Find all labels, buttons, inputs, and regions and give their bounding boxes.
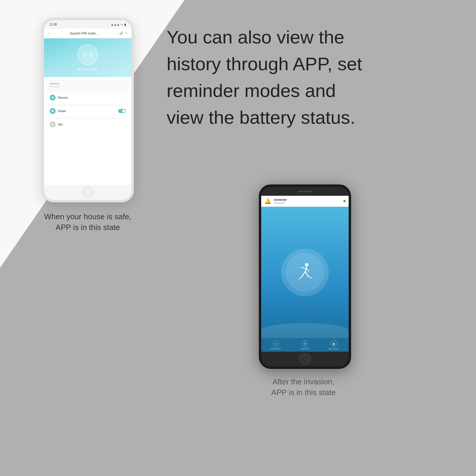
sensor-status-label: No one state	[78, 68, 98, 71]
home-button-dark[interactable]	[299, 353, 311, 365]
battery-icon: ▮	[124, 23, 126, 26]
home-button-white[interactable]	[82, 187, 93, 198]
camera-dot	[329, 190, 331, 192]
svg-line-12	[302, 272, 305, 276]
app-header-white: ‹ Gantch PIR motio... 🔗 ✎	[44, 29, 131, 38]
home-button-area-dark	[261, 352, 349, 367]
time-display: 11:08	[49, 23, 57, 26]
caption-white-phone: When your house is safe,APP is in this s…	[24, 211, 152, 233]
motion-wave-icon: ((·))	[82, 51, 93, 59]
svg-line-10	[301, 267, 306, 269]
notif-title: someone	[274, 198, 341, 201]
set-label: Set	[58, 123, 62, 126]
signal-icon: ▲▲▲	[111, 23, 120, 26]
notice-icon: ⚙	[302, 340, 308, 347]
record-arrow: ›	[125, 96, 126, 99]
history-label: HISTORY	[271, 348, 281, 350]
running-person-icon	[297, 263, 313, 282]
notification-bar: 🔔 someone someone	[261, 196, 349, 207]
smart-row[interactable]: Smart	[47, 105, 129, 117]
speaker	[298, 191, 312, 192]
wave-decoration	[261, 323, 349, 338]
wifi-icon: ∿	[121, 23, 123, 26]
header-action-icons: 🔗 ✎	[119, 32, 128, 35]
smart-toggle[interactable]	[118, 109, 126, 113]
status-bar-white: 11:08 ▲▲▲ ∿ ▮	[44, 20, 131, 29]
battery-label: BATTERY	[328, 348, 339, 350]
working-section: Working PIR state	[46, 80, 129, 90]
working-section-header: Working PIR state	[47, 80, 129, 90]
back-arrow-icon[interactable]: ‹	[48, 31, 49, 36]
smart-label: Smart	[58, 109, 66, 113]
svg-line-15	[308, 276, 312, 278]
record-section: Record ›	[46, 91, 129, 104]
caption-dark-phone: After the invasion,APP is in this state	[226, 376, 381, 398]
notif-subtitle: someone	[274, 201, 341, 204]
bottom-navigation-dark: ◷ HISTORY ⚙ NOTICE ▣ BATTERY	[261, 338, 349, 352]
set-row[interactable]: Set	[47, 118, 129, 130]
record-dot	[50, 95, 56, 101]
dark-phone: 🔔 someone someone	[259, 184, 351, 369]
smart-section: Smart	[46, 105, 129, 117]
svg-line-13	[299, 276, 302, 279]
menu-list: Working PIR state Record ›	[44, 77, 131, 185]
sensor-circle: ((·))	[77, 44, 98, 65]
main-container: You can also view the history through AP…	[0, 0, 476, 476]
caption-dark-text: After the invasion,APP is in this state	[271, 377, 336, 397]
notice-label: NOTICE	[300, 348, 309, 350]
online-indicator	[343, 200, 346, 202]
white-phone: 11:08 ▲▲▲ ∿ ▮ ‹ Gantch PIR motio... 🔗 ✎ …	[42, 18, 134, 202]
top-bar-dark	[261, 187, 349, 196]
caption-white-text: When your house is safe,APP is in this s…	[44, 212, 131, 232]
status-icons: ▲▲▲ ∿ ▮	[111, 23, 126, 26]
notification-text-area: someone someone	[274, 198, 341, 204]
svg-point-6	[52, 124, 53, 125]
motion-circle-outer	[281, 249, 329, 296]
record-row[interactable]: Record ›	[47, 92, 129, 103]
battery-nav-icon: ▣	[331, 340, 337, 347]
nav-history[interactable]: ◷ HISTORY	[271, 340, 281, 350]
bell-icon: 🔔	[264, 198, 271, 205]
svg-point-8	[305, 263, 309, 267]
set-section: Set	[46, 118, 129, 130]
nav-notice[interactable]: ⚙ NOTICE	[300, 340, 309, 350]
smart-dot	[50, 108, 56, 114]
share-icon[interactable]: 🔗	[119, 32, 123, 35]
app-screen-white: ‹ Gantch PIR motio... 🔗 ✎ ((·)) No one s…	[44, 29, 131, 185]
set-dot	[50, 121, 56, 127]
motion-detection-screen	[261, 207, 349, 338]
history-icon: ◷	[273, 340, 279, 347]
svg-line-14	[305, 272, 308, 276]
record-label: Record	[58, 96, 68, 99]
svg-point-4	[52, 97, 54, 98]
sensor-display-area: ((·)) No one state	[44, 38, 131, 77]
edit-icon[interactable]: ✎	[125, 32, 128, 35]
motion-circle-inner	[286, 253, 324, 292]
nav-battery[interactable]: ▣ BATTERY	[328, 340, 339, 350]
home-button-area-white	[44, 185, 131, 200]
app-title: Gantch PIR motio...	[70, 32, 98, 35]
main-description-text: You can also view the history through AP…	[167, 24, 458, 131]
svg-rect-5	[52, 110, 54, 112]
